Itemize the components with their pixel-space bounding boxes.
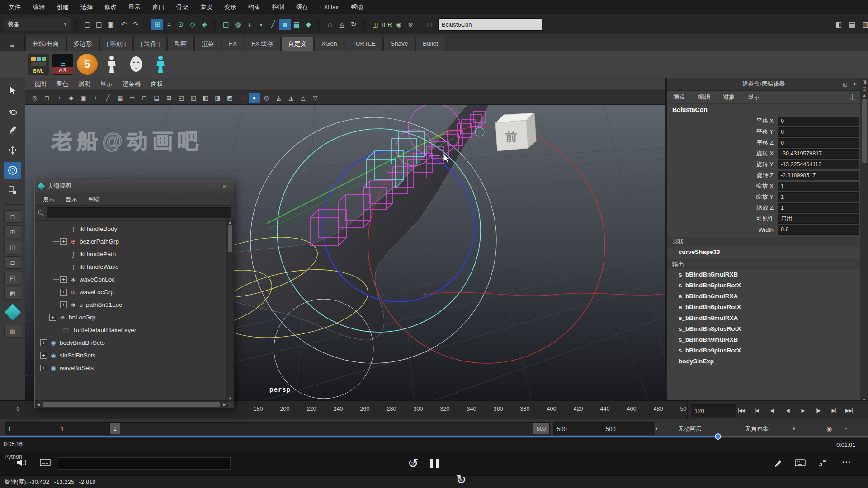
new-scene-icon[interactable]: ▢: [81, 19, 93, 30]
persp-graph-layout-button[interactable]: ⊟: [4, 256, 21, 269]
field-chart-icon[interactable]: ⊞: [163, 93, 175, 103]
output-node-name[interactable]: s_bBindBn9mulRXB: [667, 334, 860, 345]
isolate-select-icon[interactable]: ◩: [224, 93, 236, 103]
hypershade-layout-button[interactable]: ◰: [4, 272, 21, 284]
range-start-handle[interactable]: 1: [110, 423, 120, 434]
auto-keyframe-icon[interactable]: ◉: [824, 423, 835, 434]
menu-item[interactable]: 显示: [123, 0, 146, 14]
wireframe-icon[interactable]: ○: [236, 93, 248, 103]
frame-selection-icon[interactable]: ◨: [212, 93, 223, 103]
channel-value-field[interactable]: -13.2254464113: [778, 160, 859, 169]
output-node-name[interactable]: s_bBindBn6plusRotX: [667, 302, 860, 313]
snap-to-curve-icon[interactable]: ≈: [163, 19, 175, 30]
channel-value-field[interactable]: 0: [778, 138, 859, 148]
outliner-pane-layout-button[interactable]: ▥: [4, 325, 21, 338]
shelf-tab[interactable]: Shave: [383, 37, 415, 51]
gate-mask-icon[interactable]: ▤: [151, 93, 162, 103]
shelf-tab[interactable]: 渲染: [194, 37, 221, 51]
quick-rename-input[interactable]: [438, 18, 542, 31]
shelf-tab[interactable]: XGen: [314, 37, 344, 51]
video-seek-bar[interactable]: [0, 436, 868, 437]
outliner-item[interactable]: + ʃ ikHandleBody: [35, 222, 234, 235]
outliner-item[interactable]: + ∗ s_pathBn31Loc: [35, 298, 234, 311]
menu-item[interactable]: 约束: [242, 0, 266, 14]
camera-attributes-icon[interactable]: ◔: [53, 93, 65, 103]
open-scene-icon[interactable]: ◳: [93, 19, 105, 30]
shelf-tab[interactable]: TURTLE: [345, 37, 383, 51]
ipr-render-icon[interactable]: IPR: [381, 19, 393, 30]
channel-row[interactable]: Width 0.9: [667, 224, 860, 235]
channel-value-field[interactable]: -2.818998517: [778, 171, 859, 180]
seek-knob[interactable]: [715, 433, 721, 440]
chevron-down-icon[interactable]: ▼: [788, 423, 799, 434]
annotate-pencil-icon[interactable]: [774, 459, 783, 468]
channel-row[interactable]: 旋转 Y -13.2254464113: [667, 159, 860, 170]
channel-row[interactable]: 平移 Z 0: [667, 137, 860, 148]
channel-value-field[interactable]: 启用: [778, 214, 859, 224]
channel-value-field[interactable]: 1: [778, 192, 859, 202]
expand-toggle[interactable]: +: [60, 238, 67, 245]
channel-row[interactable]: 缩放 X 1: [667, 181, 860, 192]
step-forward-frame-button[interactable]: ▶|: [826, 404, 841, 416]
lock-selection-icon[interactable]: ∩: [324, 19, 336, 30]
outliner-item[interactable]: + ⊕ waveLocGrp: [35, 286, 234, 298]
construction-history-icon[interactable]: ↻: [348, 19, 359, 30]
shelf-item-character[interactable]: [101, 54, 122, 75]
shelf-tab[interactable]: FX 缓存: [245, 37, 281, 51]
face-mode-icon[interactable]: ◼: [279, 19, 291, 30]
channel-row[interactable]: 旋转 Z -2.818998517: [667, 170, 860, 181]
outliner-item[interactable]: + ⊕ bezierPathGrp: [35, 235, 234, 248]
play-forwards-button[interactable]: ▶: [796, 404, 810, 416]
film-gate-icon[interactable]: ▭: [127, 93, 138, 103]
channel-value-field[interactable]: 0.9: [778, 225, 859, 235]
outliner-item[interactable]: + ◉ waveBnSets: [35, 361, 234, 374]
grease-pencil-icon[interactable]: ╱: [102, 93, 113, 103]
lock-camera-icon[interactable]: ◻: [41, 93, 52, 103]
render-view-icon[interactable]: ◫: [369, 19, 381, 30]
menu-item[interactable]: 文件: [3, 0, 27, 14]
panel-menu-item[interactable]: 显示: [95, 80, 118, 88]
playback-end-field[interactable]: [553, 422, 605, 435]
volume-icon[interactable]: [16, 458, 27, 467]
go-to-end-button[interactable]: ▶▶|: [842, 404, 856, 416]
uv-mode-icon[interactable]: ▦: [291, 19, 302, 30]
shelf-menu-icon[interactable]: ≡: [10, 41, 14, 49]
channel-row[interactable]: 缩放 Z 1: [667, 202, 860, 213]
outliner-item[interactable]: + ▤ TurtleDefaultBakeLayer: [35, 324, 234, 336]
rotate-tool-button[interactable]: [4, 162, 21, 179]
outliner-titlebar[interactable]: 大纲视图 –□×: [35, 179, 234, 193]
shelf-item-face[interactable]: [126, 54, 146, 75]
shape-node-name[interactable]: curveShape33: [667, 247, 860, 258]
multi-component-icon[interactable]: +: [244, 19, 255, 30]
highlight-selection-icon[interactable]: ◬: [336, 19, 348, 30]
outliner-item[interactable]: + ʃ ikHandlePath: [35, 248, 234, 260]
expand-toggle[interactable]: +: [60, 276, 67, 283]
outliner-search-input[interactable]: [47, 207, 231, 218]
ao-icon[interactable]: ◬: [297, 93, 309, 103]
channel-row[interactable]: 可见性 启用: [667, 213, 860, 224]
panel-menu-item[interactable]: 渲染器: [118, 80, 146, 88]
outliner-menu-item[interactable]: 帮助: [83, 195, 105, 203]
maximize-button[interactable]: □: [207, 182, 218, 191]
scrollbar-thumb[interactable]: [228, 225, 232, 252]
channel-row[interactable]: 旋转 X -30.4319578817: [667, 148, 860, 159]
channel-box-menu-item[interactable]: 编辑: [698, 93, 710, 101]
range-end-handle[interactable]: 500: [533, 423, 549, 434]
two-d-pan-zoom-icon[interactable]: +: [90, 93, 101, 103]
channel-row[interactable]: 平移 X 0: [667, 116, 860, 127]
frame-all-icon[interactable]: ◧: [200, 93, 211, 103]
grid-icon[interactable]: ▦: [114, 93, 126, 103]
command-line-input[interactable]: [58, 457, 231, 470]
shadows-icon[interactable]: ◮: [285, 93, 297, 103]
step-back-frame-button[interactable]: |◀: [750, 404, 764, 416]
animation-end-field[interactable]: [602, 422, 654, 435]
output-node-name[interactable]: s_bBindBn9plusRotX: [667, 345, 860, 356]
symmetry-icon[interactable]: ◫: [220, 19, 232, 30]
outliner-item[interactable]: + ◉ bodyBindBnSets: [35, 336, 234, 349]
resolution-gate-icon[interactable]: ◻: [139, 93, 150, 103]
skip-forward-30-button[interactable]: ↻ 30: [453, 472, 469, 488]
channel-row[interactable]: 平移 Y 0: [667, 127, 860, 137]
scroll-up-arrow[interactable]: ▲: [862, 93, 867, 98]
menu-item[interactable]: FXHair: [314, 0, 345, 14]
modeling-toolkit-toggle-icon[interactable]: ◧: [833, 19, 844, 30]
